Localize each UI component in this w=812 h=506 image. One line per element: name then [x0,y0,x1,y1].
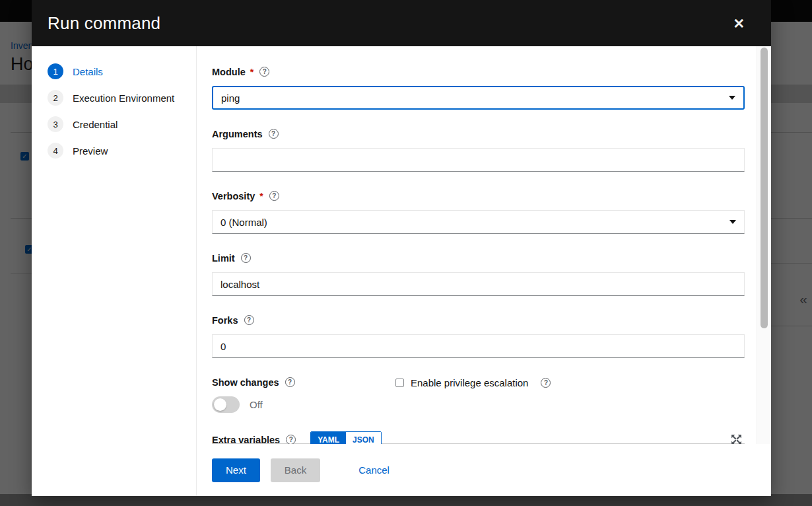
run-command-modal: Run command ✕ 1 Details 2 Execution Envi… [32,0,771,496]
forks-field-group: Forks ? [212,314,745,358]
extra-variables-label: Extra variables [212,435,280,445]
privilege-escalation-label: Enable privilege escalation [411,377,528,388]
modal-header: Run command ✕ [32,0,771,46]
toggle-knob [214,398,226,411]
question-circle-icon[interactable]: ? [269,191,279,201]
modal-body: 1 Details 2 Execution Environment 3 Cred… [32,46,771,496]
question-circle-icon[interactable]: ? [259,67,269,77]
modal-scrollbar-thumb[interactable] [761,48,768,328]
wizard-nav: 1 Details 2 Execution Environment 3 Cred… [32,46,197,496]
module-label: Module [212,67,246,77]
question-circle-icon[interactable]: ? [244,315,254,325]
caret-down-icon [729,96,735,100]
close-icon: ✕ [733,16,745,31]
privilege-escalation-checkbox[interactable] [395,379,404,387]
cancel-button[interactable]: Cancel [353,458,395,482]
caret-down-icon [729,220,736,224]
verbosity-field-group: Verbosity * ? 0 (Normal) [212,190,745,234]
wizard-step-execution-environment[interactable]: 2 Execution Environment [48,90,196,106]
show-changes-label: Show changes [212,377,279,388]
extra-variables-row: Extra variables ? YAML JSON [212,431,745,444]
modal-footer: Next Back Cancel [197,444,771,496]
question-circle-icon[interactable]: ? [541,378,551,388]
toggle-state-label: Off [250,399,263,410]
module-selected-value: ping [221,92,240,104]
step-label: Details [73,66,103,77]
show-changes-group: Show changes ? Off [212,377,395,413]
close-button[interactable]: ✕ [733,17,745,30]
step-label: Execution Environment [73,92,174,104]
wizard-step-details[interactable]: 1 Details [48,63,196,79]
question-circle-icon[interactable]: ? [285,377,295,387]
question-circle-icon[interactable]: ? [241,253,251,263]
back-button[interactable]: Back [271,458,320,482]
next-button[interactable]: Next [212,458,260,482]
step-number-badge: 1 [48,63,63,79]
step-label: Preview [73,145,108,157]
forks-label: Forks [212,315,238,326]
arguments-field-group: Arguments ? [212,128,745,172]
module-field-group: Module * ? ping [212,66,745,110]
toggles-row: Show changes ? Off [212,377,745,413]
verbosity-select[interactable]: 0 (Normal) [212,210,745,234]
expand-arrows-icon[interactable] [731,434,742,444]
show-changes-toggle[interactable] [212,396,240,413]
privilege-escalation-group: Enable privilege escalation ? [395,377,551,388]
limit-field-group: Limit ? [212,252,745,296]
required-asterisk: * [259,191,263,201]
limit-input[interactable] [212,272,745,296]
yaml-tab[interactable]: YAML [311,432,346,444]
modal-scrollbar-track[interactable] [757,46,771,444]
step-number-badge: 3 [48,116,63,132]
modal-title: Run command [48,13,160,34]
arguments-input[interactable] [212,148,745,172]
step-number-badge: 4 [48,143,63,159]
verbosity-selected-value: 0 (Normal) [220,217,267,228]
wizard-step-credential[interactable]: 3 Credential [48,116,196,132]
step-label: Credential [73,119,118,130]
question-circle-icon[interactable]: ? [269,129,279,139]
required-asterisk: * [250,67,254,77]
question-circle-icon[interactable]: ? [286,435,296,444]
module-select[interactable]: ping [212,86,745,110]
limit-label: Limit [212,253,235,264]
details-form: Module * ? ping Arguments ? [197,46,771,444]
step-number-badge: 2 [48,90,63,106]
wizard-step-preview[interactable]: 4 Preview [48,143,196,159]
arguments-label: Arguments [212,129,263,139]
wizard-main-column: Module * ? ping Arguments ? [197,46,771,496]
json-tab[interactable]: JSON [346,432,381,444]
forks-input[interactable] [212,334,745,358]
format-toggle-group: YAML JSON [310,431,382,444]
verbosity-label: Verbosity [212,191,255,201]
